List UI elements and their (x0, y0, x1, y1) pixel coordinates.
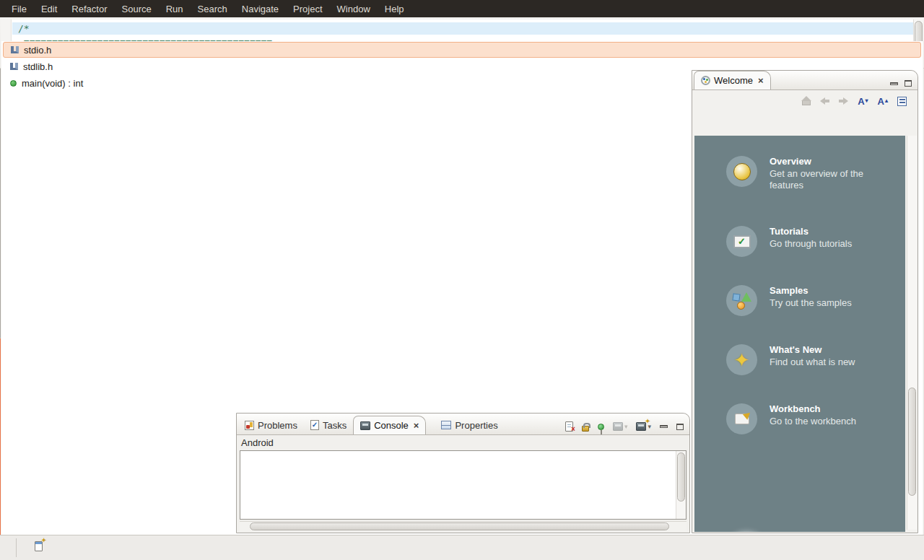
clear-console-button[interactable]: × (565, 421, 573, 432)
customize-page-button[interactable] (897, 97, 907, 106)
console-name-label: Android (237, 435, 689, 450)
pin-console-button[interactable] (598, 424, 604, 430)
menu-project[interactable]: Project (286, 1, 329, 17)
maximize-button[interactable] (905, 80, 912, 87)
scrollbar-thumb[interactable] (908, 388, 916, 496)
welcome-link-tutorials[interactable]: ✓ Tutorials Go through tutorials (726, 226, 899, 257)
menu-bar: File Edit Refactor Source Run Search Nav… (0, 0, 924, 17)
eclipse-logo: eclipse (699, 525, 843, 532)
tutorials-icon: ✓ (726, 226, 757, 257)
tab-label: Properties (455, 420, 497, 431)
outline-panel: Outlin × Make ↓az s # ▼ stdio.h stdlib.h (0, 338, 177, 560)
welcome-link-whats-new[interactable]: ✦ What's New Find out what is new (726, 344, 899, 375)
menu-help[interactable]: Help (378, 1, 411, 17)
bottom-panel: Problems ✓ Tasks Console × Properties × … (236, 413, 690, 533)
menu-file[interactable]: File (4, 1, 34, 17)
minimize-button[interactable] (890, 82, 898, 85)
menu-refactor[interactable]: Refactor (64, 1, 114, 17)
close-tab-icon[interactable]: × (758, 75, 764, 86)
outline-item-label: stdlib.h (23, 61, 53, 72)
properties-icon (441, 421, 451, 429)
scroll-lock-button[interactable] (582, 426, 589, 432)
welcome-icon (701, 76, 710, 85)
workbench-icon (726, 403, 757, 434)
menu-source[interactable]: Source (115, 1, 159, 17)
welcome-link-workbench[interactable]: Workbench Go to the workbench (726, 403, 899, 434)
welcome-item-subtitle: Get an overview of the features (770, 168, 899, 191)
welcome-link-samples[interactable]: Samples Try out the samples (726, 285, 899, 316)
scrollbar-thumb[interactable] (250, 522, 669, 530)
tab-properties[interactable]: Properties (435, 416, 504, 434)
tab-console[interactable]: Console × (353, 416, 426, 434)
function-icon (10, 80, 17, 87)
tasks-icon: ✓ (310, 420, 319, 430)
console-horizontal-scrollbar[interactable] (240, 521, 687, 531)
menu-search[interactable]: Search (191, 1, 235, 17)
menu-navigate[interactable]: Navigate (235, 1, 286, 17)
console-output[interactable] (240, 450, 687, 520)
tab-welcome[interactable]: Welcome × (694, 71, 771, 89)
menu-edit[interactable]: Edit (34, 1, 64, 17)
welcome-item-title[interactable]: Samples (770, 285, 852, 296)
welcome-item-subtitle: Try out the samples (770, 297, 852, 309)
minimize-button[interactable] (660, 425, 668, 428)
enlarge-font-button[interactable]: A▴ (878, 96, 888, 107)
code-line[interactable]: /* (12, 22, 913, 35)
welcome-panel: Welcome × A▾ A▴ Overview Get an overview… (692, 70, 918, 533)
console-icon (360, 421, 370, 430)
display-selected-console-button: ▾ (613, 422, 628, 431)
welcome-forward-button (839, 97, 848, 105)
menu-run[interactable]: Run (159, 1, 191, 17)
problems-icon (245, 421, 254, 430)
welcome-vertical-scrollbar[interactable] (907, 136, 917, 530)
samples-icon (726, 285, 757, 316)
welcome-item-subtitle: Go to the workbench (770, 416, 856, 427)
welcome-item-subtitle: Go through tutorials (770, 238, 852, 250)
whats-new-icon: ✦ (726, 344, 757, 375)
console-vertical-scrollbar[interactable] (676, 451, 686, 519)
tab-label: Problems (258, 420, 297, 431)
welcome-item-title[interactable]: What's New (770, 344, 855, 355)
reduce-font-button[interactable]: A▾ (858, 96, 868, 107)
home-button (802, 100, 811, 105)
welcome-link-overview[interactable]: Overview Get an overview of the features (726, 156, 899, 191)
welcome-title: Welcome (714, 75, 753, 86)
include-icon (10, 63, 18, 70)
welcome-item-title[interactable]: Overview (770, 156, 899, 167)
open-console-button[interactable]: ✦ ▾ (636, 422, 651, 431)
scrollbar-thumb[interactable] (677, 452, 685, 502)
welcome-back-button (820, 97, 829, 105)
status-new-wizard-icon[interactable]: ✦ (35, 541, 43, 554)
welcome-item-title[interactable]: Tutorials (770, 226, 852, 237)
welcome-item-subtitle: Find out what is new (770, 356, 855, 368)
tab-label: Tasks (323, 420, 346, 431)
tab-tasks[interactable]: ✓ Tasks (304, 416, 353, 434)
welcome-item-title[interactable]: Workbench (770, 403, 856, 414)
tab-label: Console (374, 420, 409, 431)
welcome-content: Overview Get an overview of the features… (694, 136, 905, 532)
menu-window[interactable]: Window (330, 1, 378, 17)
overview-icon (726, 156, 757, 187)
include-icon (11, 46, 19, 53)
outline-item-label: main(void) : int (22, 78, 83, 89)
tab-problems[interactable]: Problems (238, 416, 304, 434)
maximize-button[interactable] (676, 424, 684, 430)
outline-item-label: stdio.h (24, 45, 51, 56)
outline-item-stdio[interactable]: stdio.h (3, 42, 921, 58)
status-bar: ✦ (0, 535, 924, 560)
close-tab-icon[interactable]: × (414, 420, 419, 431)
